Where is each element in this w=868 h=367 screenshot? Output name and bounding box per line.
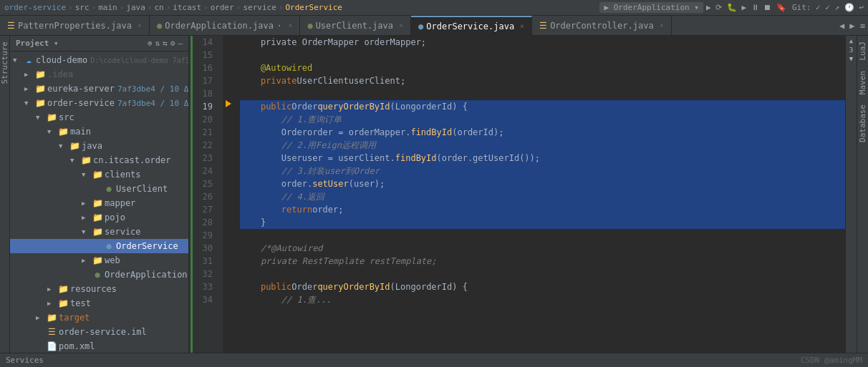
tree-item-test[interactable]: ▶ 📁 test bbox=[10, 296, 188, 310]
breadcrumb-service[interactable]: service bbox=[243, 3, 276, 12]
tree-item-java[interactable]: ▼ 📁 java bbox=[10, 139, 188, 153]
tree-label-idea: .idea bbox=[47, 69, 73, 79]
tab-icon-userclient: ● bbox=[307, 21, 312, 31]
tree-item-userclient[interactable]: ● UserClient bbox=[10, 182, 188, 196]
sidebar-icon-close[interactable]: — bbox=[178, 39, 183, 48]
tabs-nav-arrows[interactable]: ◀ ▶ ≡ bbox=[836, 16, 868, 35]
structure-panel[interactable]: Structure bbox=[0, 36, 10, 353]
arrow-icon-resources: ▶ bbox=[47, 285, 57, 293]
tree-label-orderapplication: OrderApplication bbox=[105, 270, 188, 280]
tree-item-cloud-demo[interactable]: ▼ ☁ cloud-demo D:\code\cloud-demo 7af3db bbox=[10, 53, 188, 67]
line-num-30: 30 bbox=[193, 242, 217, 255]
line-num-34: 34 bbox=[193, 293, 217, 306]
code-line-14: private OrderMapper orderMapper; bbox=[240, 36, 845, 49]
luaj-panel-label[interactable]: LuaJ bbox=[858, 39, 867, 64]
breadcrumb-src[interactable]: src bbox=[75, 3, 90, 12]
arrow-icon-web: ▶ bbox=[82, 257, 92, 264]
folder-icon-cloud-demo: ☁ bbox=[23, 55, 34, 65]
tree-item-idea[interactable]: ▶ 📁 .idea bbox=[10, 67, 188, 82]
line-count-up: 3 bbox=[849, 46, 854, 54]
tree-item-clients[interactable]: ▼ 📁 clients bbox=[10, 167, 188, 182]
tree-item-pojo[interactable]: ▶ 📁 pojo bbox=[10, 210, 188, 225]
arrow-icon-src: ▼ bbox=[36, 114, 46, 121]
code-line-29 bbox=[240, 229, 845, 242]
tab-close-patternproperties[interactable]: × bbox=[138, 21, 142, 29]
arrow-icon-mapper: ▶ bbox=[82, 200, 92, 207]
tree-item-resources[interactable]: ▶ 📁 resources bbox=[10, 282, 188, 296]
code-line-20: // 1.查询订单 bbox=[240, 113, 845, 126]
arrow-icon: ▼ bbox=[13, 57, 23, 64]
code-line-31: private RestTemplate restTemplate; bbox=[240, 255, 845, 268]
tree-item-iml[interactable]: ☰ order-service.iml bbox=[10, 325, 188, 339]
scroll-up-btn[interactable]: ▲ bbox=[848, 36, 854, 46]
folder-icon-clients: 📁 bbox=[92, 170, 103, 180]
sidebar-icon-collapse[interactable]: ⇆ bbox=[163, 39, 168, 48]
breadcrumb-order-service[interactable]: order-service bbox=[4, 3, 66, 12]
tree-label-pojo: pojo bbox=[105, 212, 125, 222]
code-line-34: // 1.查... bbox=[240, 293, 845, 306]
code-line-30: /*@Autowired bbox=[240, 242, 845, 255]
tree-item-orderapplication[interactable]: ● OrderApplication bbox=[10, 268, 188, 282]
tab-patternproperties[interactable]: ☰ PatternProperties.java × bbox=[0, 16, 150, 35]
tree-item-order-service[interactable]: ▼ 📁 order-service 7af3dbe4 / 10 Δ bbox=[10, 96, 188, 110]
breadcrumb-order[interactable]: order bbox=[211, 3, 234, 12]
tree-item-web[interactable]: ▶ 📁 web bbox=[10, 253, 188, 268]
watermark: CSDN @amingMM bbox=[801, 356, 862, 365]
tree-label-mapper: mapper bbox=[105, 198, 135, 208]
tab-orderservice[interactable]: ● OrderService.java × bbox=[411, 16, 532, 35]
breadcrumb-sep8: › bbox=[279, 3, 284, 12]
tree-item-main[interactable]: ▼ 📁 main bbox=[10, 124, 188, 139]
sidebar-icon-settings[interactable]: ⚙ bbox=[170, 39, 175, 48]
code-line-25: order.setUser(user); bbox=[240, 177, 845, 190]
tree-label-orderservice: OrderService bbox=[116, 241, 178, 251]
code-line-18 bbox=[240, 87, 845, 100]
tree-item-src[interactable]: ▼ 📁 src bbox=[10, 110, 188, 124]
editor: 14 15 16 17 18 19 20 21 22 23 24 25 26 2… bbox=[189, 36, 857, 353]
maven-panel-label[interactable]: Maven bbox=[858, 68, 867, 97]
tab-close-userclient[interactable]: × bbox=[399, 21, 403, 29]
file-icon-orderservice: ● bbox=[103, 241, 115, 251]
tab-close-orderservice[interactable]: × bbox=[520, 22, 524, 30]
folder-icon-pojo: 📁 bbox=[92, 212, 103, 222]
structure-panel-label[interactable]: Structure bbox=[0, 39, 9, 87]
run-config[interactable]: ▶ OrderApplication ▾ bbox=[599, 2, 703, 13]
breadcrumb-itcast[interactable]: itcast bbox=[173, 3, 201, 12]
tree-item-eureka[interactable]: ▶ 📁 eureka-server 7af3dbe4 / 10 Δ bbox=[10, 82, 188, 96]
tab-close-orderapplication[interactable]: × bbox=[288, 21, 292, 29]
folder-icon-java: 📁 bbox=[69, 141, 80, 151]
breadcrumb-cn[interactable]: cn bbox=[154, 3, 163, 12]
breadcrumb-java[interactable]: java bbox=[126, 3, 145, 12]
tree-label-pom: pom.xml bbox=[59, 341, 95, 351]
line-num-27: 27 bbox=[193, 203, 217, 216]
tab-ordercontroller[interactable]: ☰ OrderController.java × bbox=[532, 16, 672, 35]
services-label[interactable]: Services bbox=[6, 356, 44, 365]
git-label: Git: ✓ ✓ ↗ 🕐 ↩ bbox=[792, 3, 864, 12]
tab-icon-patternproperties: ☰ bbox=[7, 21, 15, 31]
breadcrumb-main[interactable]: main bbox=[98, 3, 117, 12]
tree-item-target[interactable]: ▶ 📁 target bbox=[10, 310, 188, 325]
tab-orderapplication[interactable]: ● OrderApplication.java · × bbox=[150, 16, 300, 35]
right-panel: LuaJ Maven Database bbox=[857, 36, 868, 353]
tree-item-mapper[interactable]: ▶ 📁 mapper bbox=[10, 196, 188, 210]
database-panel-label[interactable]: Database bbox=[858, 102, 867, 145]
tab-userclient[interactable]: ● UserClient.java × bbox=[300, 16, 411, 35]
tree-item-orderservice[interactable]: ● OrderService bbox=[10, 239, 188, 253]
code-line-24: // 3.封装user到Order bbox=[240, 165, 845, 177]
breadcrumb-orderservice[interactable]: OrderService bbox=[285, 3, 342, 12]
folder-icon-src: 📁 bbox=[46, 112, 57, 122]
run-buttons[interactable]: ▶ ⟳ 🐛 ▶ ⏸ ⏹ 🔖 bbox=[706, 3, 786, 12]
tree-label-service: service bbox=[105, 227, 141, 237]
tab-close-ordercontroller[interactable]: × bbox=[660, 21, 664, 29]
folder-icon-service: 📁 bbox=[92, 227, 103, 237]
tree-item-cn-itcast[interactable]: ▼ 📁 cn.itcast.order bbox=[10, 153, 188, 167]
sidebar-icon-locate[interactable]: ⊕ bbox=[148, 39, 153, 48]
main-layout: Structure Project ▾ ⊕ ⇅ ⇆ ⚙ — ▼ ☁ cloud-… bbox=[0, 36, 868, 353]
tree-item-service[interactable]: ▼ 📁 service bbox=[10, 225, 188, 239]
line-num-32: 32 bbox=[193, 268, 217, 280]
top-bar: order-service › src › main › java › cn ›… bbox=[0, 0, 868, 16]
code-area[interactable]: private OrderMapper orderMapper; @Autowi… bbox=[234, 36, 845, 353]
tree-label-resources: resources bbox=[70, 284, 117, 294]
sidebar: Project ▾ ⊕ ⇅ ⇆ ⚙ — ▼ ☁ cloud-demo D:\co… bbox=[10, 36, 189, 353]
tree-item-pom[interactable]: 📄 pom.xml bbox=[10, 339, 188, 353]
sidebar-icon-expand[interactable]: ⇅ bbox=[155, 39, 160, 48]
